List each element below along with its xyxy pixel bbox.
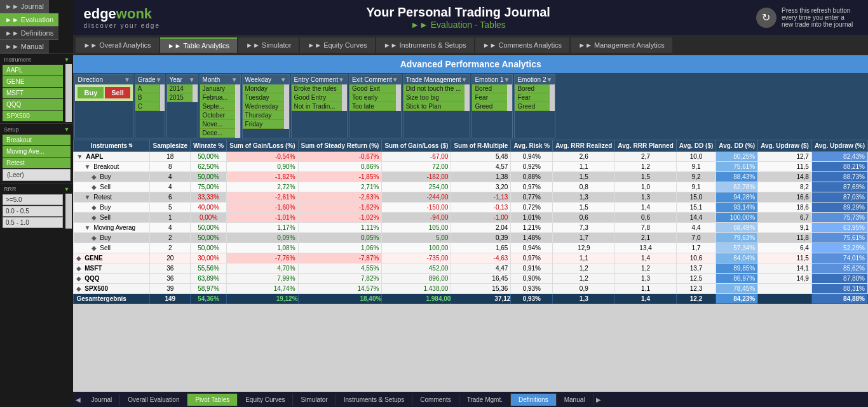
sidebar-manual[interactable]: ►► Manual xyxy=(0,40,49,53)
cell-r-multiple: -1,00 xyxy=(451,213,511,223)
bottom-tab-instruments-setups[interactable]: Instruments & Setups xyxy=(336,394,413,406)
sidebar-journal[interactable]: ►► Journal xyxy=(0,0,49,13)
year-scrollbar[interactable] xyxy=(193,84,198,102)
rrr-item-3[interactable]: 0.5 - 1.0 xyxy=(3,217,63,228)
grade-scrollbar[interactable] xyxy=(159,84,165,111)
mgmt-scrollbar[interactable] xyxy=(465,84,470,111)
emotion1-fear[interactable]: Fear xyxy=(472,93,507,102)
tab-comments-analytics[interactable]: ►► Comments Analytics xyxy=(475,37,569,53)
instrument-scrollbar[interactable] xyxy=(65,64,72,122)
col-rrr-planned[interactable]: Avg. RRR Planned xyxy=(615,140,676,152)
emotion1-greed[interactable]: Greed xyxy=(472,102,507,111)
month-nov[interactable]: Nove... xyxy=(200,120,235,129)
sheet-nav-right[interactable]: ▶ xyxy=(593,396,604,403)
tab-table-analytics[interactable]: ►► Table Analytics xyxy=(160,37,237,53)
rrr-item-1[interactable]: >=5.0 xyxy=(3,194,63,205)
exit-too-early[interactable]: Too early xyxy=(349,93,396,102)
tab-instruments-setups[interactable]: ►► Instruments & Setups xyxy=(376,37,474,53)
tab-management-analytics[interactable]: ►► Management Analytics xyxy=(571,37,672,53)
bottom-tab-equity-curves[interactable]: Equity Curves xyxy=(238,394,293,406)
month-dec[interactable]: Dece... xyxy=(200,129,235,138)
refresh-button[interactable]: ↻ xyxy=(756,8,776,28)
bottom-tab-pivot-tables[interactable]: Pivot Tables xyxy=(187,394,238,406)
data-table-container[interactable]: Instruments⇅ Samplesize Winrate % Sum of… xyxy=(73,140,868,392)
buy-filter-btn[interactable]: Buy xyxy=(78,87,104,98)
setup-breakout[interactable]: Breakout xyxy=(3,135,71,145)
instrument-qqq[interactable]: QQQ xyxy=(3,99,63,110)
weekday-thu[interactable]: Thursday xyxy=(243,111,284,120)
entry-not-in-trading[interactable]: Not in Tradin... xyxy=(292,102,342,111)
mgmt-not-touch[interactable]: Did not touch the ... xyxy=(403,84,465,93)
exit-too-late[interactable]: Too late xyxy=(349,102,396,111)
grade-a[interactable]: A xyxy=(135,84,159,93)
rrr-scrollbar[interactable] xyxy=(65,194,72,229)
col-avg-dd-dollar[interactable]: Avg. DD ($) xyxy=(676,140,716,152)
weekday-tue[interactable]: Tuesday xyxy=(243,93,284,102)
month-scrollbar[interactable] xyxy=(235,84,240,138)
weekday-wed[interactable]: Wednesday xyxy=(243,102,284,111)
rrr-item-2[interactable]: 0.0 - 0.5 xyxy=(3,206,63,217)
cell-samplesize: 4 xyxy=(150,172,190,182)
tab-overall-analytics[interactable]: ►► Overall Analytics xyxy=(76,37,158,53)
emotion1-scrollbar[interactable] xyxy=(507,84,512,111)
instrument-spx500[interactable]: SPX500 xyxy=(3,110,63,121)
entry-good-entry[interactable]: Good Entry xyxy=(292,93,342,102)
year-2014[interactable]: 2014 xyxy=(167,84,193,93)
mgmt-size-big[interactable]: Size too big xyxy=(403,93,465,102)
sort-icon-instruments[interactable]: ⇅ xyxy=(128,143,133,149)
instrument-aapl[interactable]: AAPL xyxy=(3,65,63,76)
col-r-multiple[interactable]: Sum of R-Multiple xyxy=(451,140,511,152)
bottom-tab-comments[interactable]: Comments xyxy=(412,394,459,406)
sheet-nav-left[interactable]: ◀ xyxy=(73,396,83,403)
bottom-tab-manual[interactable]: Manual xyxy=(557,394,593,406)
setup-moving-ave[interactable]: Moving Ave... xyxy=(3,146,71,157)
setup-retest[interactable]: Retest xyxy=(3,157,71,168)
bottom-tab-definitions[interactable]: Definitions xyxy=(511,394,557,406)
bottom-tab-journal[interactable]: Journal xyxy=(83,394,120,406)
month-feb[interactable]: Februa... xyxy=(200,93,235,102)
exit-comment-scrollbar[interactable] xyxy=(396,84,401,111)
emotion2-scrollbar[interactable] xyxy=(550,84,555,111)
sell-filter-btn[interactable]: Sell xyxy=(105,87,130,98)
month-sep[interactable]: Septe... xyxy=(200,102,235,111)
col-gain-loss-dollar[interactable]: Sum of Gain/Loss ($) xyxy=(382,140,451,152)
emotion2-bored[interactable]: Bored xyxy=(515,84,550,93)
grade-b[interactable]: B xyxy=(135,93,159,102)
bottom-tab-overall-evaluation[interactable]: Overall Evaluation xyxy=(120,394,187,406)
sidebar-evaluation[interactable]: ►► Evaluation xyxy=(0,13,58,27)
weekday-scrollbar[interactable] xyxy=(284,84,289,129)
grade-c[interactable]: C xyxy=(135,102,159,111)
tab-simulator[interactable]: ►► Simulator xyxy=(238,37,299,53)
col-instruments[interactable]: Instruments⇅ xyxy=(74,140,150,152)
month-jan[interactable]: January xyxy=(200,84,235,93)
cell-rrr-realized: 1,5 xyxy=(553,172,615,182)
col-samplesize[interactable]: Samplesize xyxy=(150,140,190,152)
year-2015[interactable]: 2015 xyxy=(167,93,193,102)
bottom-tab-trade-mgmt[interactable]: Trade Mgmt. xyxy=(459,394,511,406)
exit-good[interactable]: Good Exit xyxy=(349,84,396,93)
instrument-gene[interactable]: GENE xyxy=(3,76,63,87)
entry-comment-scrollbar[interactable] xyxy=(342,84,347,111)
emotion2-fear[interactable]: Fear xyxy=(515,93,550,102)
col-avg-updraw-dollar[interactable]: Avg. Updraw ($) xyxy=(758,140,812,152)
weekday-fri[interactable]: Friday xyxy=(243,120,284,129)
col-avg-dd-pct[interactable]: Avg. DD (%) xyxy=(716,140,758,152)
sidebar-definitions[interactable]: ►► Definitions xyxy=(0,27,58,40)
emotion1-bored[interactable]: Bored xyxy=(472,84,507,93)
col-winrate[interactable]: Winrate % xyxy=(190,140,226,152)
col-rrr-realized[interactable]: Avg. RRR Realized xyxy=(553,140,615,152)
mgmt-stick[interactable]: Stick to Plan xyxy=(403,102,465,111)
col-gain-loss-pct[interactable]: Sum of Gain/Loss (%) xyxy=(227,140,298,152)
col-steady-return[interactable]: Sum of Steady Return (%) xyxy=(298,140,382,152)
setup-leer[interactable]: (Leer) xyxy=(3,169,71,181)
weekday-mon[interactable]: Monday xyxy=(243,84,284,93)
col-avg-updraw-pct[interactable]: Avg. Updraw (%) xyxy=(811,140,867,152)
emotion2-greed[interactable]: Greed xyxy=(515,102,550,111)
instrument-msft[interactable]: MSFT xyxy=(3,88,63,98)
bottom-tab-simulator[interactable]: Simulator xyxy=(293,394,336,406)
tab-equity-curves[interactable]: ►► Equity Curves xyxy=(300,37,374,53)
cell-gain-loss-dollar: 452,00 xyxy=(382,264,451,274)
month-oct[interactable]: October xyxy=(200,111,235,120)
entry-broke-rules[interactable]: Broke the rules xyxy=(292,84,342,93)
col-avg-risk[interactable]: Avg. Risk % xyxy=(511,140,553,152)
